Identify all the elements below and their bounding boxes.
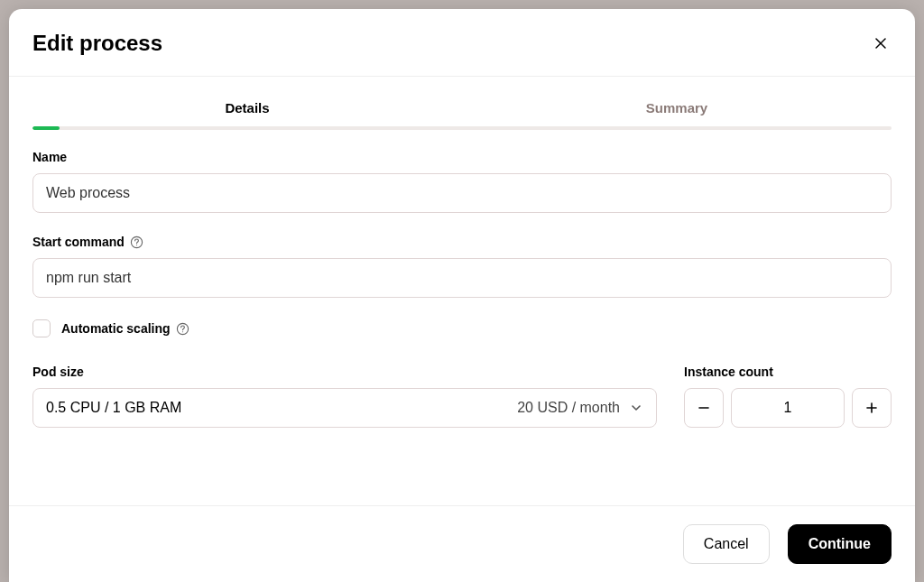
command-label-text: Start command (32, 235, 125, 249)
autoscale-row: Automatic scaling (32, 319, 892, 337)
help-icon[interactable] (176, 322, 189, 336)
modal-title: Edit process (32, 31, 162, 56)
tab-summary[interactable]: Summary (462, 89, 892, 126)
instance-stepper (684, 388, 892, 428)
autoscale-checkbox[interactable] (32, 319, 51, 337)
minus-icon (698, 402, 710, 414)
tab-details[interactable]: Details (32, 89, 462, 126)
tabs-row: Details Summary (9, 89, 915, 126)
chevron-down-icon (629, 401, 643, 415)
instance-field-group: Instance count (684, 365, 892, 428)
autoscale-label: Automatic scaling (61, 321, 189, 336)
name-field-group: Name (32, 150, 892, 213)
podsize-price: 20 USD / month (517, 400, 620, 416)
close-button[interactable] (870, 32, 892, 54)
increment-button[interactable] (852, 388, 892, 428)
continue-button[interactable]: Continue (788, 524, 892, 564)
instance-count-input[interactable] (731, 388, 845, 428)
podsize-field-group: Pod size 0.5 CPU / 1 GB RAM 20 USD / mon… (32, 365, 657, 428)
command-label: Start command (32, 235, 892, 249)
podsize-value: 0.5 CPU / 1 GB RAM (46, 400, 181, 416)
podsize-label: Pod size (32, 365, 657, 379)
modal-header: Edit process (9, 9, 915, 77)
command-input[interactable] (32, 258, 892, 298)
podsize-select[interactable]: 0.5 CPU / 1 GB RAM 20 USD / month (32, 388, 657, 428)
autoscale-label-text: Automatic scaling (61, 321, 171, 336)
form-body: Name Start command Automatic scaling (9, 130, 915, 505)
podsize-price-wrap: 20 USD / month (517, 400, 643, 416)
edit-process-modal: Edit process Details Summary Name Start … (9, 9, 915, 582)
svg-point-3 (136, 245, 137, 245)
decrement-button[interactable] (684, 388, 724, 428)
close-icon (873, 36, 888, 51)
bottom-row: Pod size 0.5 CPU / 1 GB RAM 20 USD / mon… (32, 365, 892, 428)
name-input[interactable] (32, 173, 892, 213)
plus-icon (865, 402, 878, 414)
svg-point-5 (182, 331, 183, 332)
help-icon[interactable] (130, 236, 143, 249)
name-label: Name (32, 150, 892, 164)
instance-label: Instance count (684, 365, 892, 379)
cancel-button[interactable]: Cancel (683, 524, 770, 564)
command-field-group: Start command (32, 235, 892, 298)
modal-footer: Cancel Continue (9, 505, 915, 582)
